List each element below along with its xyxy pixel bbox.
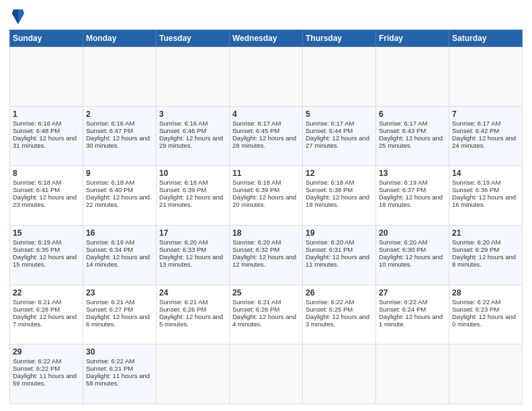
calendar-cell: 20Sunrise: 6:20 AMSunset: 6:30 PMDayligh… xyxy=(376,225,449,285)
sunrise-label: Sunrise: 6:22 AM xyxy=(13,357,61,365)
sunset-label: Sunset: 6:33 PM xyxy=(159,246,206,253)
daylight-label: Daylight: 12 hours and 0 minutes. xyxy=(452,313,516,328)
daylight-label: Daylight: 12 hours and 6 minutes. xyxy=(86,313,150,328)
calendar-cell: 23Sunrise: 6:21 AMSunset: 6:27 PMDayligh… xyxy=(83,285,157,345)
daylight-label: Daylight: 12 hours and 1 minute. xyxy=(379,313,443,328)
sunset-label: Sunset: 6:35 PM xyxy=(13,246,60,253)
daylight-label: Daylight: 12 hours and 31 minutes. xyxy=(13,134,77,149)
daylight-label: Daylight: 12 hours and 30 minutes. xyxy=(86,134,150,149)
calendar-cell: 26Sunrise: 6:22 AMSunset: 6:25 PMDayligh… xyxy=(303,285,376,345)
day-number: 29 xyxy=(13,347,80,357)
sunrise-label: Sunrise: 6:19 AM xyxy=(13,238,61,246)
calendar-cell: 25Sunrise: 6:21 AMSunset: 6:26 PMDayligh… xyxy=(230,285,303,345)
daylight-label: Daylight: 12 hours and 22 minutes. xyxy=(86,193,150,208)
day-number: 11 xyxy=(232,169,300,178)
calendar-cell xyxy=(449,345,523,404)
sunrise-label: Sunrise: 6:22 AM xyxy=(306,298,354,306)
calendar-cell: 12Sunrise: 6:18 AMSunset: 6:38 PMDayligh… xyxy=(303,166,376,226)
day-header-friday: Friday xyxy=(376,30,449,47)
daylight-label: Daylight: 12 hours and 10 minutes. xyxy=(379,253,443,268)
day-number: 24 xyxy=(159,288,226,298)
calendar-cell: 28Sunrise: 6:22 AMSunset: 6:23 PMDayligh… xyxy=(449,285,523,345)
calendar-cell: 18Sunrise: 6:20 AMSunset: 6:32 PMDayligh… xyxy=(230,225,303,285)
sunrise-label: Sunrise: 6:21 AM xyxy=(159,298,208,306)
day-number: 4 xyxy=(232,109,300,119)
day-number: 20 xyxy=(379,228,446,238)
day-number: 6 xyxy=(379,109,446,119)
day-header-tuesday: Tuesday xyxy=(157,30,230,47)
day-number: 22 xyxy=(13,288,80,298)
day-number: 3 xyxy=(159,109,226,119)
day-header-thursday: Thursday xyxy=(303,30,376,47)
daylight-label: Daylight: 12 hours and 27 minutes. xyxy=(306,134,369,149)
sunrise-label: Sunrise: 6:17 AM xyxy=(452,120,500,127)
day-number: 21 xyxy=(452,228,519,238)
daylight-label: Daylight: 12 hours and 12 minutes. xyxy=(232,253,296,268)
day-header-sunday: Sunday xyxy=(10,30,83,47)
daylight-label: Daylight: 12 hours and 21 minutes. xyxy=(159,193,223,208)
header xyxy=(9,7,523,26)
sunset-label: Sunset: 6:31 PM xyxy=(306,246,353,253)
sunset-label: Sunset: 6:42 PM xyxy=(452,127,499,134)
daylight-label: Daylight: 12 hours and 7 minutes. xyxy=(13,313,77,328)
daylight-label: Daylight: 12 hours and 3 minutes. xyxy=(306,313,369,328)
day-number: 2 xyxy=(86,109,153,119)
sunset-label: Sunset: 6:29 PM xyxy=(452,246,499,253)
calendar-cell xyxy=(376,47,449,107)
daylight-label: Daylight: 11 hours and 58 minutes. xyxy=(86,372,150,387)
calendar-cell: 1Sunrise: 6:16 AMSunset: 6:48 PMDaylight… xyxy=(10,106,83,166)
sunset-label: Sunset: 6:27 PM xyxy=(86,306,133,313)
sunrise-label: Sunrise: 6:16 AM xyxy=(159,120,208,127)
day-number: 8 xyxy=(13,169,80,178)
calendar-cell: 22Sunrise: 6:21 AMSunset: 6:28 PMDayligh… xyxy=(10,285,83,345)
day-number: 13 xyxy=(379,169,446,178)
sunset-label: Sunset: 6:25 PM xyxy=(306,306,353,313)
sunset-label: Sunset: 6:21 PM xyxy=(86,365,133,372)
daylight-label: Daylight: 12 hours and 16 minutes. xyxy=(452,193,516,208)
page: SundayMondayTuesdayWednesdayThursdayFrid… xyxy=(0,0,532,411)
daylight-label: Daylight: 12 hours and 29 minutes. xyxy=(159,134,223,149)
daylight-label: Daylight: 12 hours and 15 minutes. xyxy=(13,253,77,268)
sunset-label: Sunset: 6:39 PM xyxy=(159,186,206,193)
sunrise-label: Sunrise: 6:19 AM xyxy=(452,179,500,186)
daylight-label: Daylight: 12 hours and 25 minutes. xyxy=(379,134,443,149)
sunset-label: Sunset: 6:24 PM xyxy=(379,306,426,313)
sunset-label: Sunset: 6:26 PM xyxy=(232,306,279,313)
sunrise-label: Sunrise: 6:20 AM xyxy=(232,238,281,246)
calendar-cell: 10Sunrise: 6:18 AMSunset: 6:39 PMDayligh… xyxy=(157,166,230,226)
calendar-table: SundayMondayTuesdayWednesdayThursdayFrid… xyxy=(9,30,523,404)
calendar-cell: 7Sunrise: 6:17 AMSunset: 6:42 PMDaylight… xyxy=(449,106,523,166)
calendar-cell: 8Sunrise: 6:18 AMSunset: 6:41 PMDaylight… xyxy=(10,166,83,226)
day-number: 1 xyxy=(13,109,80,119)
day-number: 25 xyxy=(232,288,300,298)
sunset-label: Sunset: 6:43 PM xyxy=(379,127,426,134)
daylight-label: Daylight: 12 hours and 8 minutes. xyxy=(452,253,516,268)
day-number: 27 xyxy=(379,288,446,298)
sunset-label: Sunset: 6:48 PM xyxy=(13,127,60,134)
daylight-label: Daylight: 12 hours and 4 minutes. xyxy=(232,313,296,328)
daylight-label: Daylight: 12 hours and 18 minutes. xyxy=(379,193,443,208)
calendar-cell xyxy=(303,345,376,404)
calendar-cell: 6Sunrise: 6:17 AMSunset: 6:43 PMDaylight… xyxy=(376,106,449,166)
sunset-label: Sunset: 6:28 PM xyxy=(13,306,60,313)
logo-icon xyxy=(11,8,26,26)
calendar-cell xyxy=(230,345,303,404)
daylight-label: Daylight: 12 hours and 11 minutes. xyxy=(306,253,369,268)
day-number: 26 xyxy=(306,288,373,298)
daylight-label: Daylight: 11 hours and 59 minutes. xyxy=(13,372,77,387)
calendar-cell xyxy=(157,345,230,404)
sunrise-label: Sunrise: 6:17 AM xyxy=(306,120,354,127)
day-number: 30 xyxy=(86,347,153,357)
sunset-label: Sunset: 6:45 PM xyxy=(232,127,279,134)
svg-marker-1 xyxy=(12,9,18,24)
sunset-label: Sunset: 6:26 PM xyxy=(159,306,206,313)
sunrise-label: Sunrise: 6:21 AM xyxy=(13,298,61,306)
sunrise-label: Sunrise: 6:18 AM xyxy=(306,179,354,186)
sunset-label: Sunset: 6:40 PM xyxy=(86,186,133,193)
sunrise-label: Sunrise: 6:17 AM xyxy=(379,120,427,127)
day-number: 9 xyxy=(86,169,153,178)
daylight-label: Daylight: 12 hours and 20 minutes. xyxy=(232,193,296,208)
calendar-cell: 15Sunrise: 6:19 AMSunset: 6:35 PMDayligh… xyxy=(10,225,83,285)
daylight-label: Daylight: 12 hours and 13 minutes. xyxy=(159,253,223,268)
sunrise-label: Sunrise: 6:18 AM xyxy=(13,179,61,186)
